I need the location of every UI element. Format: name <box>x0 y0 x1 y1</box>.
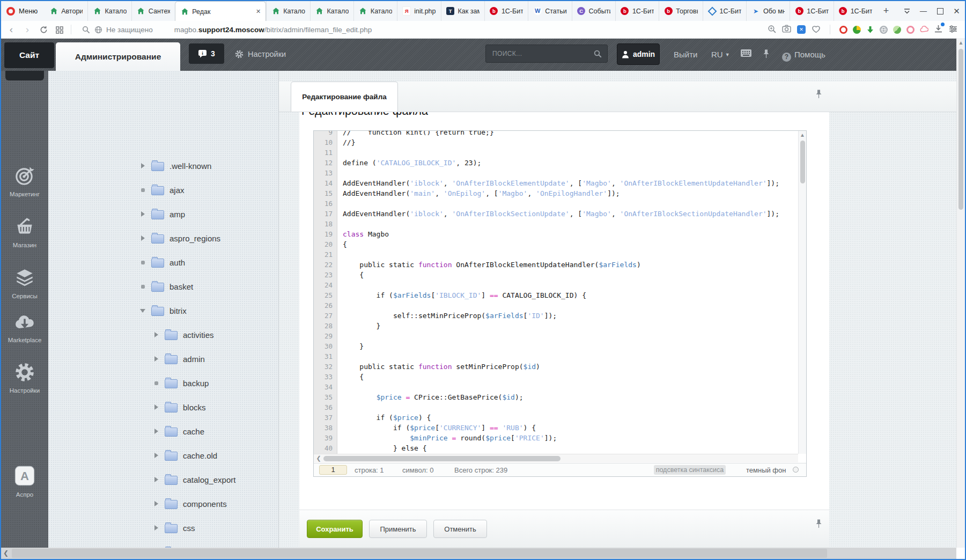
downloads-icon[interactable] <box>934 25 943 35</box>
expand-arrow-icon[interactable] <box>138 235 147 241</box>
tree-item[interactable]: admin <box>152 351 205 366</box>
browser-tab[interactable]: Каталог н <box>310 1 353 21</box>
new-tab-button[interactable]: + <box>877 1 895 21</box>
scroll-up-icon[interactable]: ▲ <box>799 131 806 139</box>
close-window-icon[interactable]: ✕ <box>948 1 965 21</box>
browser-tab[interactable]: b1С-Битр <box>790 1 833 21</box>
tree-item[interactable]: blocks <box>152 400 206 415</box>
help-link[interactable]: ?Помощь <box>782 50 825 62</box>
browser-tab[interactable]: Каталог ( <box>87 1 131 21</box>
expand-arrow-icon[interactable] <box>152 356 160 362</box>
green-pie-extension-icon[interactable] <box>853 26 861 34</box>
cancel-button[interactable]: Отменить <box>433 520 487 538</box>
sidebar-panels-icon[interactable] <box>949 25 957 34</box>
expand-arrow-icon[interactable] <box>138 211 147 217</box>
pink-cloud-extension-icon[interactable] <box>920 26 928 34</box>
back-icon[interactable]: ‹ <box>3 21 19 38</box>
browser-tab[interactable]: b1С-Битр <box>615 1 659 21</box>
tab-file-edit[interactable]: Редактирование файла <box>291 82 398 112</box>
tab-close-icon[interactable]: ✕ <box>255 8 261 15</box>
save-button[interactable]: Сохранить <box>307 520 363 538</box>
sidebar-item-сервисы[interactable]: Сервисы <box>1 267 48 299</box>
browser-menu-button[interactable]: Меню <box>1 1 45 21</box>
search-input[interactable] <box>486 50 594 57</box>
red-ring-extension-icon[interactable] <box>839 26 847 34</box>
site-button[interactable]: Сайт <box>4 42 54 68</box>
tree-item[interactable]: components <box>152 496 227 511</box>
snapshot-camera-icon[interactable] <box>782 25 791 34</box>
sidebar-item-настройки[interactable]: Настройки <box>1 361 48 394</box>
sidebar-item-маркетинг[interactable]: Маркетинг <box>1 165 48 197</box>
browser-tab[interactable]: WСтатьи W <box>528 1 571 21</box>
shield-icon[interactable]: ✕ <box>797 25 806 34</box>
editor-code[interactable]: // function kint() {return true;}//}defi… <box>337 131 798 454</box>
browser-tab[interactable]: 1С-Битр <box>703 1 746 21</box>
tree-item[interactable]: activities <box>152 327 214 342</box>
tree-item[interactable]: cache <box>152 424 204 439</box>
scroll-left-icon[interactable]: ❮ <box>3 549 9 557</box>
browser-tab[interactable]: Каталог н <box>266 1 309 21</box>
pin-footer-icon[interactable] <box>815 519 822 530</box>
tree-item[interactable]: amp <box>138 207 185 222</box>
tree-item[interactable]: catalog_export <box>152 472 235 487</box>
browser-tab[interactable]: Редак✕ <box>175 1 266 21</box>
language-selector[interactable]: RU ▼ <box>711 50 730 59</box>
syntax-highlight-toggle[interactable]: подсветка синтаксиса <box>654 465 726 475</box>
tree-item[interactable]: ajax <box>138 182 185 197</box>
expand-arrow-icon[interactable] <box>152 332 160 337</box>
scroll-left-icon[interactable]: ❮ <box>315 454 322 462</box>
tab-administration[interactable]: Администрирование <box>56 42 180 71</box>
expand-arrow-icon[interactable] <box>152 477 160 482</box>
security-status[interactable]: Не защищено <box>106 26 153 34</box>
apply-button[interactable]: Применить <box>369 520 427 538</box>
search-page-icon[interactable] <box>82 26 90 34</box>
tree-item[interactable]: basket <box>138 279 193 294</box>
pin-page-icon[interactable] <box>815 89 822 101</box>
pink-ring-extension-icon[interactable] <box>906 26 915 34</box>
editor-horizontal-scrollbar[interactable]: ❮ <box>314 454 798 462</box>
url-text[interactable]: magbo.support24.moscow/bitrix/admin/file… <box>174 26 372 34</box>
speed-dial-icon[interactable] <box>51 21 68 38</box>
sidebar-item-магазин[interactable]: Магазин <box>1 216 48 248</box>
browser-tab[interactable]: ➤Обо мне <box>746 1 790 21</box>
browser-tab[interactable]: Авториза <box>45 1 87 21</box>
hotkeys-keyboard-icon[interactable] <box>740 49 752 59</box>
dark-theme-toggle[interactable] <box>793 467 799 473</box>
gray-globe-extension-icon[interactable] <box>880 26 888 34</box>
settings-button[interactable]: Настройки <box>234 49 286 59</box>
scrollbar-thumb[interactable] <box>800 141 805 183</box>
tree-item[interactable]: backup <box>152 375 209 390</box>
editor-vertical-scrollbar[interactable]: ▲ <box>798 131 806 454</box>
expand-arrow-icon[interactable] <box>152 404 160 410</box>
browser-tab[interactable]: Каталог ( <box>353 1 397 21</box>
maximize-icon[interactable] <box>932 1 948 21</box>
code-editor[interactable]: 9101112131415161718192021222324252627282… <box>313 130 807 477</box>
browser-tab[interactable]: bТорговы <box>659 1 702 21</box>
tree-item[interactable]: bitrix <box>138 303 187 318</box>
scrollbar-thumb[interactable] <box>958 49 963 210</box>
expand-arrow-icon[interactable] <box>152 429 160 434</box>
green-arrow-extension-icon[interactable] <box>866 26 874 34</box>
sidebar-item-аспро[interactable]: AАспро <box>1 464 48 498</box>
tree-item[interactable]: css <box>152 520 195 535</box>
expand-arrow-icon[interactable] <box>138 163 147 168</box>
expand-arrow-icon[interactable] <box>152 501 160 506</box>
user-button[interactable]: admin <box>617 43 660 65</box>
page-vertical-scrollbar[interactable]: ▲ <box>956 38 965 548</box>
minimize-icon[interactable]: — <box>915 1 932 21</box>
collapse-arrow-icon[interactable] <box>138 309 147 313</box>
forward-icon[interactable]: › <box>19 21 35 38</box>
bookmark-heart-icon[interactable] <box>812 25 821 35</box>
sidebar-item-marketplace[interactable]: Marketplace <box>1 312 48 343</box>
tree-item[interactable]: auth <box>138 255 185 270</box>
tab-menu-icon[interactable] <box>898 1 915 21</box>
tree-item[interactable]: cache.old <box>152 448 217 463</box>
scroll-up-icon[interactable]: ▲ <box>957 39 965 47</box>
reload-icon[interactable] <box>35 21 51 38</box>
green-leaf-extension-icon[interactable] <box>893 26 901 34</box>
notifications-button[interactable]: i 3 <box>189 43 224 64</box>
browser-tab[interactable]: b1С-Битр <box>834 1 877 21</box>
pin-header-icon[interactable] <box>763 49 770 60</box>
browser-tab[interactable]: TКак заме <box>441 1 484 21</box>
scrollbar-thumb[interactable] <box>12 549 827 558</box>
